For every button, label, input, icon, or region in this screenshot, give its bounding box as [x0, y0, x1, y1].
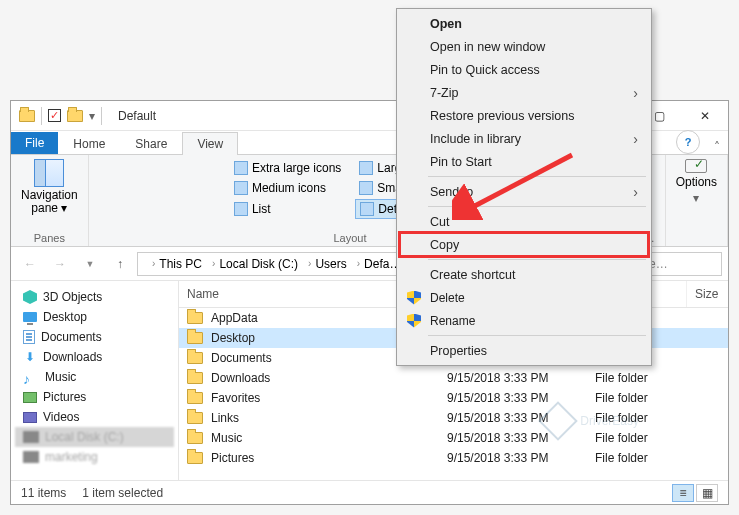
ctx-include-library[interactable]: Include in library — [400, 127, 648, 150]
recent-dropdown[interactable]: ▼ — [77, 251, 103, 277]
ctx-delete[interactable]: Delete — [400, 286, 648, 309]
options-button[interactable]: Options ▾ — [676, 159, 717, 205]
view-list[interactable]: List — [230, 199, 345, 219]
folder-icon — [187, 432, 203, 444]
file-row-links[interactable]: Links9/15/2018 3:33 PMFile folder — [179, 408, 728, 428]
navigation-tree[interactable]: 3D Objects Desktop Documents ⬇Downloads … — [11, 281, 179, 480]
ctx-pin-quick-access[interactable]: Pin to Quick access — [400, 58, 648, 81]
s-icon — [359, 181, 373, 195]
ribbon-group-panes: Navigationpane ▾ Panes — [11, 155, 89, 246]
drive-icon — [23, 431, 39, 443]
qat-divider-2 — [101, 107, 102, 125]
m-icon — [234, 181, 248, 195]
pictures-icon — [23, 392, 37, 403]
l-icon — [359, 161, 373, 175]
file-tab[interactable]: File — [11, 132, 58, 154]
view-extra-large-icons[interactable]: Extra large icons — [230, 159, 345, 177]
folder-icon — [187, 332, 203, 344]
share-tab[interactable]: Share — [120, 132, 182, 155]
up-button[interactable]: ↑ — [107, 251, 133, 277]
header-size[interactable]: Size — [687, 281, 728, 307]
ctx-separator-4 — [428, 335, 646, 336]
documents-icon — [23, 330, 35, 344]
ctx-send-to[interactable]: Send to — [400, 180, 648, 203]
ctx-pin-start[interactable]: Pin to Start — [400, 150, 648, 173]
shield-icon — [407, 291, 421, 305]
home-tab[interactable]: Home — [58, 132, 120, 155]
folder-icon — [187, 372, 203, 384]
xl-icon — [234, 161, 248, 175]
window-folder-icon — [19, 110, 35, 122]
view-medium-icons[interactable]: Medium icons — [230, 179, 345, 197]
ribbon-group-title-panes: Panes — [34, 230, 65, 244]
file-row-pictures[interactable]: Pictures9/15/2018 3:33 PMFile folder — [179, 448, 728, 468]
options-label: Options — [676, 175, 717, 189]
navigation-pane-label: Navigationpane ▾ — [21, 189, 78, 215]
shield-icon-2 — [407, 314, 421, 328]
navigation-pane-button[interactable]: Navigationpane ▾ — [21, 159, 78, 215]
crumb-users[interactable]: ›Users — [304, 257, 351, 271]
desktop-icon — [23, 312, 37, 322]
tree-desktop[interactable]: Desktop — [15, 307, 174, 327]
ctx-open-new-window[interactable]: Open in new window — [400, 35, 648, 58]
navigation-pane-icon — [34, 159, 64, 187]
3d-objects-icon — [23, 290, 37, 304]
folder-icon — [187, 352, 203, 364]
ctx-cut[interactable]: Cut — [400, 210, 648, 233]
back-button[interactable]: ← — [17, 251, 43, 277]
details-icon — [360, 202, 374, 216]
context-menu: Open Open in new window Pin to Quick acc… — [396, 8, 652, 366]
crumb-local-disk[interactable]: ›Local Disk (C:) — [208, 257, 302, 271]
tree-documents[interactable]: Documents — [15, 327, 174, 347]
music-icon: ♪ — [23, 371, 39, 383]
ctx-7zip[interactable]: 7-Zip — [400, 81, 648, 104]
options-dropdown-icon: ▾ — [693, 191, 699, 205]
status-bar: 11 items 1 item selected ≡ ▦ — [11, 480, 728, 504]
folder-icon — [187, 392, 203, 404]
thumbnails-view-toggle[interactable]: ▦ — [696, 484, 718, 502]
ctx-copy[interactable]: Copy — [400, 233, 648, 256]
downloads-icon: ⬇ — [23, 350, 37, 364]
folder-icon — [187, 312, 203, 324]
forward-button[interactable]: → — [47, 251, 73, 277]
file-row-downloads[interactable]: Downloads9/15/2018 3:33 PMFile folder — [179, 368, 728, 388]
close-button[interactable]: ✕ — [682, 102, 728, 130]
qat-properties-icon[interactable]: ✓ — [48, 109, 61, 122]
help-button[interactable]: ? — [676, 130, 700, 154]
videos-icon — [23, 412, 37, 423]
qat-divider — [41, 107, 42, 125]
qat-dropdown-icon[interactable]: ▾ — [89, 109, 95, 123]
tree-obscured-2[interactable]: marketing — [15, 447, 174, 467]
tree-music[interactable]: ♪Music — [15, 367, 174, 387]
tree-downloads[interactable]: ⬇Downloads — [15, 347, 174, 367]
crumb-this-pc[interactable]: ›This PC — [148, 257, 206, 271]
tree-pictures[interactable]: Pictures — [15, 387, 174, 407]
window-title: Default — [118, 109, 156, 123]
file-row-favorites[interactable]: Favorites9/15/2018 3:33 PMFile folder — [179, 388, 728, 408]
details-view-toggle[interactable]: ≡ — [672, 484, 694, 502]
tree-3d-objects[interactable]: 3D Objects — [15, 287, 174, 307]
ctx-create-shortcut[interactable]: Create shortcut — [400, 263, 648, 286]
status-count: 11 items — [21, 486, 66, 500]
ctx-open[interactable]: Open — [400, 12, 648, 35]
status-selected: 1 item selected — [82, 486, 163, 500]
qat-newfolder-icon[interactable] — [67, 110, 83, 122]
folder-icon — [187, 452, 203, 464]
view-tab[interactable]: View — [182, 132, 238, 155]
drive-icon-2 — [23, 451, 39, 463]
collapse-ribbon-icon[interactable]: ˄ — [706, 140, 728, 154]
list-icon — [234, 202, 248, 216]
tree-obscured-1[interactable]: Local Disk (C:) — [15, 427, 174, 447]
ctx-separator-2 — [428, 206, 646, 207]
ctx-separator-1 — [428, 176, 646, 177]
ctx-restore-versions[interactable]: Restore previous versions — [400, 104, 648, 127]
tree-videos[interactable]: Videos — [15, 407, 174, 427]
ctx-separator-3 — [428, 259, 646, 260]
folder-icon — [187, 412, 203, 424]
options-icon — [685, 159, 707, 173]
ctx-properties[interactable]: Properties — [400, 339, 648, 362]
ribbon-group-options: Options ▾ — [666, 155, 728, 246]
ribbon-group-title-layout: Layout — [333, 230, 366, 244]
ctx-rename[interactable]: Rename — [400, 309, 648, 332]
file-row-music[interactable]: Music9/15/2018 3:33 PMFile folder — [179, 428, 728, 448]
